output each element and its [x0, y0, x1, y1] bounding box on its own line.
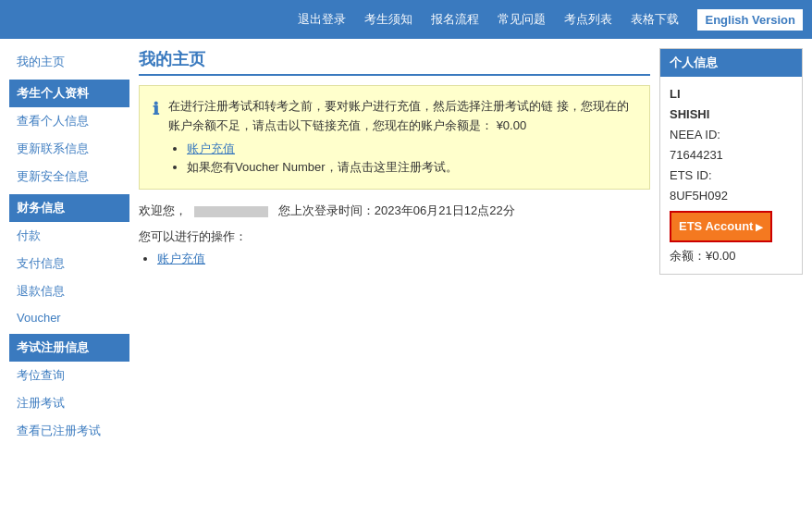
- notice-text: 在进行注册考试和转考之前，要对账户进行充值，然后选择注册考试的链 接，您现在的账…: [168, 97, 636, 178]
- last-name: LI: [670, 84, 793, 105]
- nav-logout[interactable]: 退出登录: [298, 11, 346, 28]
- neea-id: 71644231: [670, 145, 793, 166]
- sidebar-section-personal: 考生个人资料: [9, 80, 129, 107]
- operations-label-text: 您可以进行的操作：: [139, 229, 247, 243]
- sidebar-item-view-registrations[interactable]: 查看已注册考试: [9, 417, 129, 445]
- notice-line1: 在进行注册考试和转考之前，要对账户进行充值，然后选择注册考试的链: [168, 99, 553, 113]
- personal-info-box: 个人信息 LI SHISHI NEEA ID: 71644231 ETS ID:…: [659, 48, 803, 275]
- sidebar: 我的主页 考生个人资料 查看个人信息 更新联系信息 更新安全信息 财务信息 付款…: [9, 48, 129, 445]
- welcome-prefix: 欢迎您，: [139, 203, 187, 217]
- sidebar-item-seat-inquiry[interactable]: 考位查询: [9, 362, 129, 389]
- sidebar-section-finance: 财务信息: [9, 194, 129, 222]
- neea-label: NEEA ID:: [670, 125, 793, 145]
- operations-label: 您可以进行的操作： 账户充值: [139, 228, 650, 267]
- balance-text: 余额：¥0.00: [670, 246, 793, 266]
- page-title: 我的主页: [139, 48, 650, 76]
- nav-notice[interactable]: 考生须知: [364, 11, 412, 28]
- first-name: SHISHI: [670, 105, 793, 125]
- info-icon: ℹ: [153, 99, 159, 119]
- nav-process[interactable]: 报名流程: [431, 11, 479, 28]
- top-nav: 退出登录 考生须知 报名流程 常见问题 考点列表 表格下载 English Ve…: [0, 0, 812, 39]
- sidebar-item-update-contact[interactable]: 更新联系信息: [9, 135, 129, 163]
- nav-english-version[interactable]: English Version: [697, 9, 803, 31]
- notice-voucher-text: 如果您有Voucher Number，请点击这里注册考试。: [187, 160, 458, 174]
- notice-box: ℹ 在进行注册考试和转考之前，要对账户进行充值，然后选择注册考试的链 接，您现在…: [139, 85, 650, 190]
- main-content: 我的主页 ℹ 在进行注册考试和转考之前，要对账户进行充值，然后选择注册考试的链 …: [139, 48, 650, 445]
- ets-label: ETS ID:: [670, 166, 793, 186]
- notice-balance: ¥0.00: [497, 118, 527, 132]
- welcome-section: 欢迎您， 您上次登录时间：2023年06月21日12点22分: [139, 203, 650, 219]
- ets-account-button[interactable]: ETS Account: [670, 211, 772, 242]
- sidebar-item-register-exam[interactable]: 注册考试: [9, 389, 129, 417]
- notice-list: 账户充值 如果您有Voucher Number，请点击这里注册考试。: [187, 140, 636, 178]
- recharge-link[interactable]: 账户充值: [157, 252, 205, 265]
- nav-faq[interactable]: 常见问题: [498, 11, 546, 28]
- nav-venues[interactable]: 考点列表: [564, 11, 612, 28]
- sidebar-item-payment[interactable]: 付款: [9, 222, 129, 250]
- personal-info-body: LI SHISHI NEEA ID: 71644231 ETS ID: 8UF5…: [660, 77, 802, 274]
- notice-recharge-link[interactable]: 账户充值: [187, 141, 235, 155]
- sidebar-item-payment-info[interactable]: 支付信息: [9, 250, 129, 277]
- operations-list: 账户充值: [157, 251, 650, 267]
- username-blurred: [194, 206, 268, 217]
- last-login-text: 您上次登录时间：2023年06月21日12点22分: [278, 203, 515, 217]
- personal-info-header: 个人信息: [660, 49, 802, 77]
- sidebar-item-view-info[interactable]: 查看个人信息: [9, 107, 129, 135]
- nav-download[interactable]: 表格下载: [631, 11, 679, 28]
- sidebar-section-exam: 考试注册信息: [9, 334, 129, 362]
- sidebar-item-voucher[interactable]: Voucher: [9, 305, 129, 330]
- right-panel: 个人信息 LI SHISHI NEEA ID: 71644231 ETS ID:…: [659, 48, 803, 445]
- sidebar-item-refund[interactable]: 退款信息: [9, 277, 129, 305]
- ets-id: 8UF5H092: [670, 186, 793, 206]
- main-wrapper: 我的主页 考生个人资料 查看个人信息 更新联系信息 更新安全信息 财务信息 付款…: [0, 39, 812, 454]
- sidebar-item-update-security[interactable]: 更新安全信息: [9, 163, 129, 191]
- sidebar-item-my-home[interactable]: 我的主页: [9, 48, 129, 76]
